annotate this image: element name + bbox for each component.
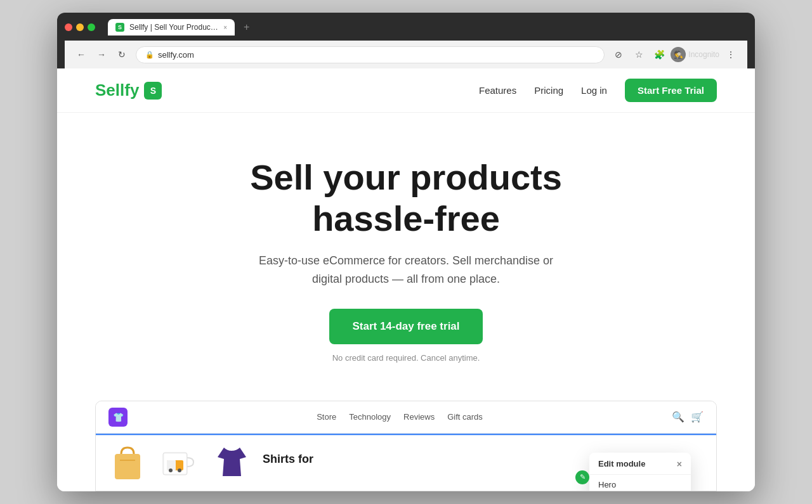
incognito-avatar[interactable]: 🕵 (671, 47, 686, 62)
nav-links: Features Pricing Log in Start Free Trial (479, 79, 717, 102)
edit-module-close-button[interactable]: × (677, 459, 682, 469)
demo-nav-reviews: Reviews (403, 412, 435, 422)
demo-page-title: Shirts for (263, 440, 313, 484)
browser-controls: S Sellfy | Sell Your Products Onli... × … (65, 19, 747, 36)
browser-toolbar: ← → ↻ 🔒 sellfy.com ⊘ ☆ 🧩 🕵 Incognito ⋮ (65, 41, 747, 68)
bookmark-button[interactable]: ☆ (630, 46, 648, 63)
hero-title-line2: hassle-free (312, 198, 500, 238)
demo-container: 👕 Store Technology Reviews Gift cards 🔍 … (95, 401, 717, 491)
incognito-label: Incognito (688, 50, 719, 59)
hero-subtitle: Easy-to-use eCommerce for creators. Sell… (254, 252, 558, 288)
close-traffic-light[interactable] (65, 23, 72, 31)
nav-login-link[interactable]: Log in (581, 85, 607, 96)
shirt-image (211, 441, 252, 482)
mug-image (157, 440, 201, 484)
demo-nav-actions: 🔍 🛒 (672, 411, 704, 423)
search-icon: 🔍 (672, 411, 684, 423)
svg-rect-0 (115, 454, 140, 479)
tab-close-button[interactable]: × (223, 24, 227, 31)
tab-title: Sellfy | Sell Your Products Onli... (129, 23, 218, 32)
demo-nav-giftcards: Gift cards (447, 412, 483, 422)
edit-module-title: Edit module (598, 459, 645, 468)
nav-pricing-link[interactable]: Pricing (534, 85, 563, 96)
edit-indicator[interactable]: ✎ (575, 470, 589, 484)
hero-note: No credit card required. Cancel anytime. (82, 353, 730, 363)
nav-start-trial-button[interactable]: Start Free Trial (625, 79, 717, 102)
site-logo: Sellfy S (95, 81, 162, 100)
svg-point-7 (178, 468, 181, 472)
browser-chrome: S Sellfy | Sell Your Products Onli... × … (57, 13, 755, 68)
edit-highlight-border (96, 434, 716, 436)
traffic-lights (65, 23, 95, 31)
new-tab-button[interactable]: + (240, 20, 253, 34)
lock-icon: 🔒 (145, 51, 154, 59)
cast-button[interactable]: ⊘ (610, 46, 627, 63)
demo-nav-links: Store Technology Reviews Gift cards (317, 412, 483, 422)
menu-button[interactable]: ⋮ (722, 46, 740, 63)
nav-features-link[interactable]: Features (479, 85, 516, 96)
svg-point-6 (169, 468, 173, 472)
active-tab[interactable]: S Sellfy | Sell Your Products Onli... × (108, 19, 235, 36)
edit-module-header: Edit module × (589, 453, 691, 475)
address-bar[interactable]: 🔒 sellfy.com (136, 46, 605, 63)
demo-product-1 (108, 440, 147, 484)
website-content: Sellfy S Features Pricing Log in Start F… (57, 68, 755, 491)
logo-text: Sellfy (95, 81, 139, 100)
tote-bag-image (108, 441, 147, 482)
demo-nav-bar: 👕 Store Technology Reviews Gift cards 🔍 … (96, 401, 716, 434)
edit-module-popup: Edit module × Hero Background image (589, 453, 691, 491)
toolbar-actions: ⊘ ☆ 🧩 🕵 Incognito ⋮ (610, 46, 740, 63)
minimize-traffic-light[interactable] (76, 23, 84, 31)
hero-section: Sell your products hassle-free Easy-to-u… (57, 113, 755, 387)
cart-icon: 🛒 (691, 411, 704, 423)
tab-favicon: S (115, 23, 124, 32)
reload-button[interactable]: ↻ (113, 46, 131, 63)
address-text: sellfy.com (158, 50, 194, 60)
tab-bar: S Sellfy | Sell Your Products Onli... × … (108, 19, 253, 36)
extensions-button[interactable]: 🧩 (650, 46, 668, 63)
browser-window: S Sellfy | Sell Your Products Onli... × … (57, 13, 755, 491)
forward-button[interactable]: → (93, 46, 110, 63)
edit-module-hero-item[interactable]: Hero (589, 475, 691, 491)
demo-nav-store: Store (317, 412, 336, 422)
nav-buttons: ← → ↻ (72, 46, 131, 63)
maximize-traffic-light[interactable] (88, 23, 95, 31)
demo-store-logo: 👕 (108, 408, 128, 427)
demo-nav-technology: Technology (349, 412, 391, 422)
demo-product-3 (211, 440, 252, 484)
demo-product-2 (157, 440, 201, 484)
hero-cta-button[interactable]: Start 14-day free trial (329, 309, 482, 344)
logo-icon: S (144, 82, 162, 100)
hero-title-line1: Sell your products (250, 157, 562, 197)
back-button[interactable]: ← (72, 46, 90, 63)
hero-title: Sell your products hassle-free (82, 157, 730, 239)
site-navigation: Sellfy S Features Pricing Log in Start F… (57, 68, 755, 113)
demo-browser: 👕 Store Technology Reviews Gift cards 🔍 … (95, 401, 717, 491)
demo-content-wrapper: Shirts for ✎ Edit module × Hero Backgrou… (96, 434, 716, 491)
